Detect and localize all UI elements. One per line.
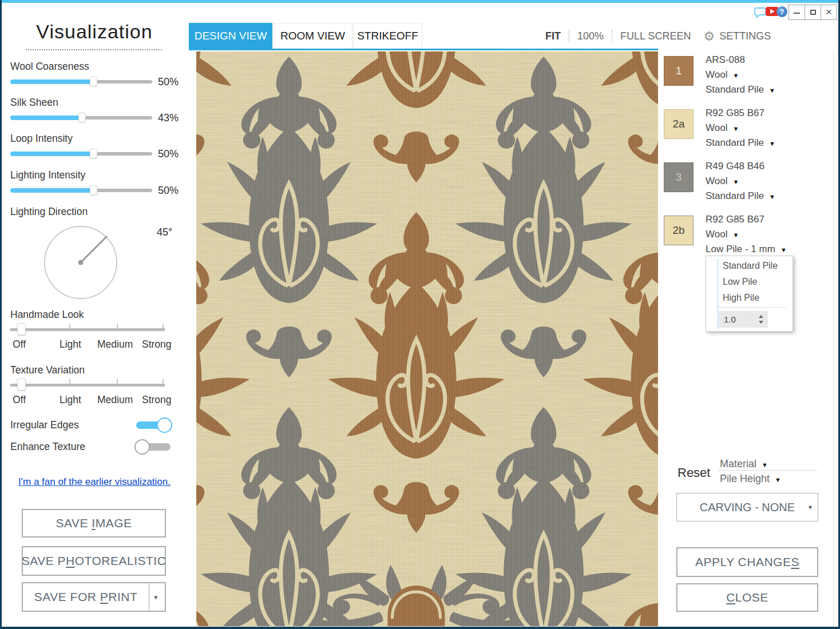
save-image-button[interactable]: SAVE IMAGE: [22, 509, 166, 538]
save-photorealistic-button[interactable]: SAVE PHOTOREALISTIC: [22, 546, 166, 576]
material-dropdown[interactable]: Wool: [706, 69, 739, 81]
close-window-button[interactable]: [821, 5, 837, 20]
swatch-2b[interactable]: 2b: [664, 216, 694, 245]
step-labels: Off Light Medium Strong: [10, 394, 176, 408]
save-for-print-button[interactable]: SAVE FOR PRINT: [22, 582, 166, 612]
swatch-2a[interactable]: 2a: [664, 109, 694, 139]
minimize-button[interactable]: [789, 5, 805, 20]
menu-item-standard-pile[interactable]: Standard Pile: [723, 261, 778, 271]
fit-button[interactable]: FIT: [545, 30, 561, 42]
pile-height-spinner[interactable]: 1.0: [719, 311, 768, 328]
slider-value: 50%: [158, 76, 188, 88]
step-slider-label-handmade: Handmade Look: [10, 309, 148, 321]
wool-coarseness-slider[interactable]: [10, 80, 152, 83]
window-border-left: [0, 0, 2, 629]
tab-room-view[interactable]: ROOM VIEW: [273, 23, 352, 49]
close-button[interactable]: CLOSE: [676, 583, 818, 612]
lighting-direction-dial[interactable]: [43, 224, 120, 303]
maximize-button[interactable]: [805, 5, 821, 20]
menu-divider: [719, 307, 786, 308]
menu-item-high-pile[interactable]: High Pile: [723, 293, 759, 303]
separator: [612, 30, 612, 42]
step-option-medium[interactable]: Medium: [97, 339, 133, 351]
color-code: R49 G48 B46: [706, 161, 764, 172]
slider-value: 43%: [158, 112, 188, 124]
window-border-bottom: [0, 627, 840, 629]
carving-select[interactable]: CARVING - NONE: [676, 493, 818, 521]
pile-dropdown[interactable]: Standard Pile: [706, 190, 775, 202]
dial-label: Lighting Direction: [10, 206, 148, 218]
comment-icon[interactable]: [754, 7, 767, 21]
chevron-down-icon: [764, 190, 775, 201]
chevron-down-icon: [770, 473, 781, 484]
step-labels: Off Light Medium Strong: [10, 339, 176, 352]
slider-thumb[interactable]: [17, 323, 26, 335]
spinner-up-icon[interactable]: [759, 315, 763, 318]
enhance-texture-toggle[interactable]: [136, 443, 171, 451]
pile-height-menu: Standard Pile Low Pile High Pile 1.0: [706, 256, 793, 332]
title-divider: [26, 49, 162, 50]
settings-button[interactable]: SETTINGS: [719, 30, 771, 42]
chevron-down-icon: [764, 137, 775, 148]
zoom-100-button[interactable]: 100%: [577, 30, 604, 42]
slider-label-silk-sheen: Silk Sheen: [10, 97, 148, 109]
toggle-label-enhance-texture: Enhance Texture: [10, 441, 148, 453]
lighting-intensity-slider[interactable]: [10, 189, 152, 192]
step-option-light[interactable]: Light: [60, 339, 81, 351]
chevron-down-icon: [775, 244, 787, 254]
step-option-off[interactable]: Off: [13, 394, 26, 406]
tick: [117, 379, 118, 384]
menu-item-low-pile[interactable]: Low Pile: [723, 277, 757, 287]
slider-thumb[interactable]: [17, 379, 26, 391]
material-dropdown[interactable]: Wool: [706, 122, 739, 134]
spinner-down-icon[interactable]: [759, 321, 763, 324]
chevron-down-icon: [727, 176, 739, 186]
pile-dropdown[interactable]: Standard Pile: [706, 84, 775, 95]
slider-thumb[interactable]: [90, 185, 97, 195]
tab-strikeoff[interactable]: STRIKEOFF: [353, 23, 422, 49]
color-code: R92 G85 B67: [706, 214, 764, 225]
maximize-icon: [810, 10, 816, 15]
panel-edge: [833, 51, 834, 623]
handmade-look-slider[interactable]: [10, 328, 165, 331]
slider-thumb[interactable]: [90, 77, 97, 86]
toggle-label-irregular-edges: Irregular Edges: [10, 419, 148, 431]
visualization-window: Visualization Wool Coarseness 50% Silk S…: [0, 0, 840, 629]
step-option-light[interactable]: Light: [60, 394, 81, 406]
slider-value: 50%: [158, 185, 188, 197]
reset-pile-height-button[interactable]: Pile Height: [720, 473, 781, 485]
swatch-1[interactable]: 1: [664, 56, 694, 86]
tab-design-view[interactable]: DESIGN VIEW: [189, 23, 272, 49]
step-option-off[interactable]: Off: [13, 339, 26, 351]
loop-intensity-slider[interactable]: [10, 152, 152, 156]
full-screen-button[interactable]: FULL SCREEN: [620, 30, 691, 42]
window-border-top: [0, 0, 840, 3]
pile-dropdown[interactable]: Standard Pile: [706, 137, 775, 149]
step-option-strong[interactable]: Strong: [142, 339, 172, 351]
page-title: Visualization: [17, 21, 172, 43]
irregular-edges-toggle[interactable]: [136, 421, 171, 429]
chevron-down-icon: [727, 229, 739, 240]
toggle-knob[interactable]: [157, 417, 172, 433]
pile-dropdown-open[interactable]: Low Pile - 1 mm: [706, 244, 787, 255]
rug-design-canvas[interactable]: [196, 51, 658, 627]
step-option-strong[interactable]: Strong: [142, 394, 172, 406]
slider-label-lighting-intensity: Lighting Intensity: [10, 169, 148, 181]
tick: [163, 324, 164, 328]
toggle-knob[interactable]: [134, 439, 150, 455]
material-dropdown[interactable]: Wool: [706, 229, 739, 240]
save-for-print-dropdown[interactable]: [149, 583, 165, 611]
step-option-medium[interactable]: Medium: [97, 394, 133, 406]
material-dropdown[interactable]: Wool: [706, 176, 739, 187]
swatch-3[interactable]: 3: [664, 162, 694, 192]
silk-sheen-slider[interactable]: [10, 116, 152, 120]
texture-variation-slider[interactable]: [10, 384, 165, 387]
reset-material-button[interactable]: Material: [720, 458, 768, 470]
slider-thumb[interactable]: [78, 113, 86, 122]
reset-divider: [719, 470, 817, 471]
slider-thumb[interactable]: [90, 149, 97, 158]
help-icon[interactable]: [776, 6, 787, 17]
apply-changes-button[interactable]: APPLY CHANGES: [676, 547, 818, 577]
gear-icon[interactable]: [703, 29, 715, 43]
earlier-visualization-link[interactable]: I'm a fan of the earlier visualization.: [11, 476, 177, 488]
